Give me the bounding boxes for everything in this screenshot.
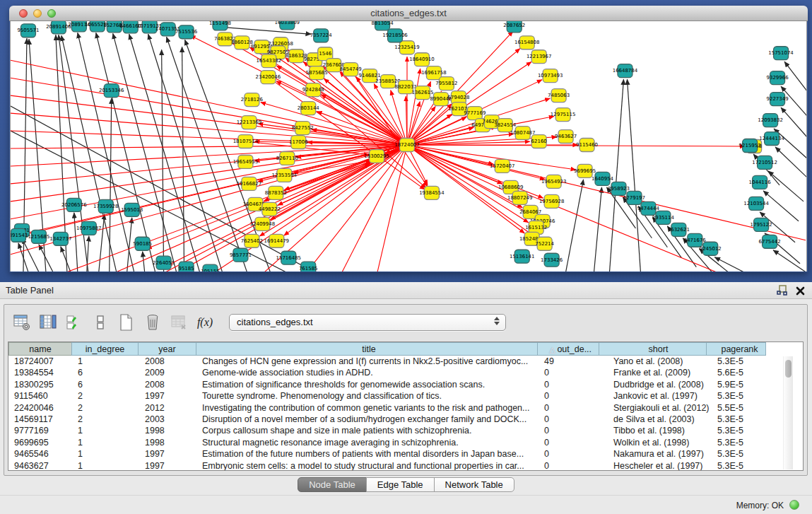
graph-node[interactable]: 2803144 [298, 102, 320, 115]
table-cell[interactable]: 1998 [139, 437, 198, 448]
graph-node[interactable]: 12325419 [394, 41, 419, 54]
tab-node-table[interactable]: Node Table [298, 477, 367, 492]
graph-node[interactable]: 62160 [531, 135, 547, 148]
graph-node[interactable]: 2264055 [153, 256, 175, 269]
graph-node[interactable]: 12213369 [237, 116, 261, 129]
table-selector-dropdown[interactable]: citations_edges.txt [229, 314, 506, 331]
graph-node[interactable]: 19756928 [539, 194, 564, 208]
table-cell[interactable]: 5.3E-5 [710, 437, 770, 448]
graph-edge[interactable] [407, 145, 806, 240]
graph-node[interactable]: 2087652 [503, 21, 525, 33]
table-cell[interactable]: Genome-wide association studies in ADHD. [198, 367, 540, 378]
graph-node[interactable]: 17359928 [93, 199, 118, 213]
table-row[interactable]: 1456911722003Disruption of a novel membe… [8, 414, 803, 425]
table-cell[interactable]: 6 [72, 367, 139, 378]
graph-node[interactable]: 117006 [289, 136, 308, 149]
graph-node[interactable]: 1044116 [749, 175, 771, 189]
table-cell[interactable]: 2 [72, 414, 139, 425]
table-cell[interactable]: 9777169 [8, 425, 72, 436]
delete-table-icon[interactable] [170, 313, 188, 332]
graph-node[interactable]: 20153346 [99, 84, 124, 98]
graph-node[interactable]: 1215685 [28, 230, 49, 243]
table-cell[interactable]: 2012 [139, 402, 198, 414]
graph-edge[interactable] [773, 250, 806, 271]
table-cell[interactable]: 2003 [139, 414, 198, 425]
table-cell[interactable]: Corpus callosum shape and size in male p… [198, 425, 540, 436]
table-cell[interactable]: 18724007 [8, 356, 72, 367]
graph-node[interactable]: 16154808 [514, 36, 539, 49]
table-cell[interactable]: 49 [540, 356, 602, 367]
graph-node[interactable]: 9857771 [230, 248, 252, 262]
graph-edge[interactable] [594, 187, 602, 271]
tab-edge-table[interactable]: Edge Table [366, 477, 435, 492]
graph-edge[interactable] [768, 171, 804, 201]
graph-node[interactable]: 7357224 [310, 29, 333, 42]
table-cell[interactable]: 0 [540, 460, 602, 471]
table-cell[interactable]: 1 [72, 356, 139, 367]
graph-node[interactable]: 9115460 [576, 139, 598, 152]
graph-node[interactable]: 7625402 [241, 234, 263, 247]
table-cell[interactable]: 2 [72, 390, 139, 402]
table-cell[interactable]: 9115460 [8, 390, 72, 402]
graph-node[interactable]: 761585 [299, 262, 318, 271]
graph-edge[interactable] [566, 180, 584, 271]
table-row[interactable]: 911546021997Tourette syndrome. Phenomeno… [8, 390, 803, 402]
table-cell[interactable]: 2008 [139, 379, 198, 390]
table-cell[interactable]: 5.3E-5 [710, 356, 770, 367]
table-cell[interactable]: 5.5E-5 [710, 402, 770, 414]
close-panel-icon[interactable] [796, 286, 805, 298]
minimize-window-icon[interactable] [33, 9, 42, 18]
graph-node[interactable]: 5875685 [306, 66, 328, 80]
table-cell[interactable]: Nakamura et al. (1997) [602, 448, 710, 460]
graph-node[interactable]: 1733426 [541, 253, 563, 267]
graph-node[interactable]: 20891406 [46, 21, 71, 34]
graph-node[interactable]: 9242848 [302, 83, 324, 97]
table-cell[interactable]: Structural magnetic resonance image aver… [198, 437, 540, 448]
table-cell[interactable]: 5.3E-5 [710, 448, 770, 460]
table-cell[interactable]: Tourette syndrome. Phenomenology and cla… [198, 390, 540, 402]
table-cell[interactable]: 18300295 [8, 379, 72, 390]
table-row[interactable]: 1830029562008Estimation of significance … [8, 379, 803, 390]
graph-node[interactable]: 16648784 [613, 64, 638, 78]
select-all-rows-icon[interactable] [65, 313, 83, 332]
table-cell[interactable]: 2008 [139, 356, 198, 367]
table-cell[interactable]: 0 [540, 390, 602, 402]
table-cell[interactable]: 1997 [139, 460, 198, 471]
table-row[interactable]: 1938455462009Genome-wide association stu… [8, 367, 803, 378]
memory-ok-icon[interactable] [789, 500, 799, 510]
table-cell[interactable]: 9463627 [8, 460, 72, 471]
graph-node[interactable]: 9227349 [767, 93, 789, 106]
delete-column-icon[interactable] [143, 313, 162, 332]
table-cell[interactable]: Tibbo et al. (1998) [602, 425, 710, 436]
table-cell[interactable]: 5.3E-5 [710, 460, 770, 471]
table-cell[interactable]: Wolkin et al. (1998) [602, 437, 710, 448]
graph-node[interactable]: 12213967 [526, 50, 551, 64]
graph-node[interactable]: 15751074 [768, 47, 794, 60]
graph-node[interactable]: 17210512 [752, 156, 777, 169]
window-titlebar[interactable]: citations_edges.txt [9, 6, 808, 21]
table-cell[interactable]: 1 [72, 448, 139, 460]
graph-node[interactable]: 9215953 [739, 139, 761, 153]
graph-node[interactable]: 8267110 [276, 151, 298, 165]
table-cell[interactable]: 5.3E-5 [710, 390, 770, 402]
table-cell[interactable]: 1998 [139, 425, 198, 436]
graph-node[interactable]: 9505571 [17, 24, 39, 37]
table-cell[interactable]: 1997 [139, 390, 198, 402]
graph-node[interactable]: 18640910 [409, 53, 434, 66]
table-cell[interactable]: Hescheler et al. (1997) [602, 460, 710, 471]
table-cell[interactable]: Franke et al. (2009) [602, 367, 710, 378]
table-cell[interactable]: 0 [540, 379, 602, 390]
table-cell[interactable]: 5.9E-5 [710, 379, 770, 390]
graph-node[interactable]: 391543 [11, 228, 28, 242]
column-header-in_degree[interactable]: in_degree [71, 342, 139, 356]
table-cell[interactable]: 1 [72, 437, 139, 448]
table-cell[interactable]: 6 [72, 379, 139, 390]
graph-node[interactable]: 19654923 [541, 175, 566, 188]
table-cell[interactable]: Investigating the contribution of common… [198, 402, 540, 414]
graph-node[interactable]: 9245012 [700, 242, 722, 255]
graph-node[interactable]: 19218506 [382, 29, 407, 42]
table-cell[interactable]: Embryonic stem cells: a model to study s… [198, 460, 540, 471]
table-mode-icon[interactable] [13, 313, 31, 332]
scrollbar-thumb[interactable] [785, 360, 792, 378]
table-cell[interactable]: 2009 [139, 367, 198, 378]
